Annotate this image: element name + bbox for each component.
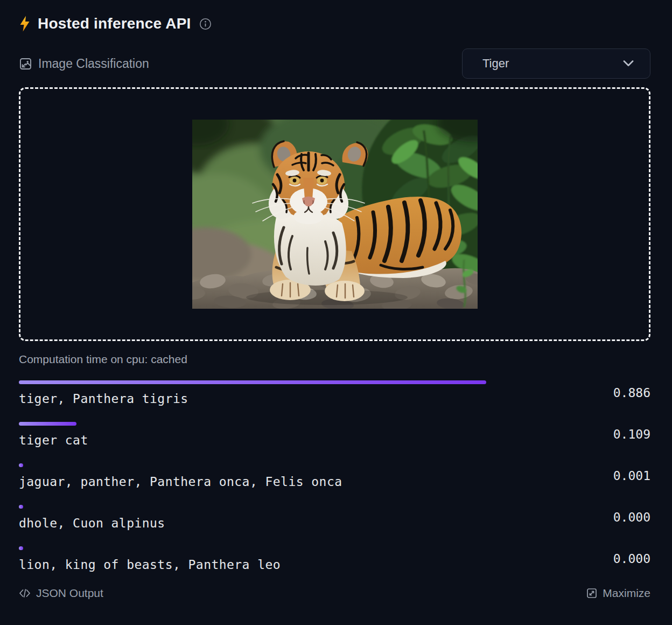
lightning-icon — [19, 16, 31, 32]
result-score: 0.109 — [547, 421, 650, 447]
result-label: tiger, Panthera tigris — [19, 392, 547, 406]
info-icon[interactable] — [199, 18, 212, 30]
result-label: jaguar, panther, Panthera onca, Felis on… — [19, 475, 547, 489]
example-select-value: Tiger — [482, 57, 509, 71]
score-bar — [19, 380, 486, 384]
result-score: 0.886 — [547, 379, 650, 406]
score-bar — [19, 546, 23, 550]
result-row: tiger, Panthera tigris 0.886 — [19, 379, 650, 406]
task-label-group: Image Classification — [19, 57, 149, 71]
score-bar — [19, 505, 23, 509]
result-label: dhole, Cuon alpinus — [19, 516, 547, 530]
computation-time: Computation time on cpu: cached — [19, 353, 650, 366]
hosted-inference-widget: Hosted inference API Image Classificatio… — [0, 0, 672, 600]
image-drop-zone[interactable] — [19, 87, 650, 341]
result-score: 0.000 — [547, 504, 650, 530]
page-title: Hosted inference API — [38, 15, 191, 32]
task-label: Image Classification — [38, 57, 149, 71]
result-row: jaguar, panther, Panthera onca, Felis on… — [19, 462, 650, 489]
example-select[interactable]: Tiger — [462, 48, 650, 79]
code-icon — [19, 588, 31, 599]
widget-header: Hosted inference API — [19, 15, 650, 32]
score-bar — [19, 463, 23, 467]
maximize-button[interactable]: Maximize — [586, 587, 650, 600]
json-output-label: JSON Output — [36, 587, 103, 600]
chevron-down-icon — [623, 60, 634, 67]
maximize-label: Maximize — [603, 587, 650, 600]
score-bar — [19, 422, 76, 426]
image-classification-icon — [19, 57, 32, 71]
result-row: tiger cat 0.109 — [19, 421, 650, 447]
result-score: 0.000 — [547, 545, 650, 572]
result-row: dhole, Cuon alpinus 0.000 — [19, 504, 650, 530]
results-list: tiger, Panthera tigris 0.886 tiger cat 0… — [19, 379, 650, 572]
json-output-button[interactable]: JSON Output — [19, 587, 103, 600]
result-row: lion, king of beasts, Panthera leo 0.000 — [19, 545, 650, 572]
widget-footer: JSON Output Maximize — [19, 587, 650, 600]
maximize-icon — [586, 588, 597, 599]
result-label: lion, king of beasts, Panthera leo — [19, 558, 547, 572]
tiger-photo — [192, 120, 478, 309]
result-score: 0.001 — [547, 462, 650, 489]
result-label: tiger cat — [19, 433, 547, 447]
task-row: Image Classification Tiger — [19, 48, 650, 79]
